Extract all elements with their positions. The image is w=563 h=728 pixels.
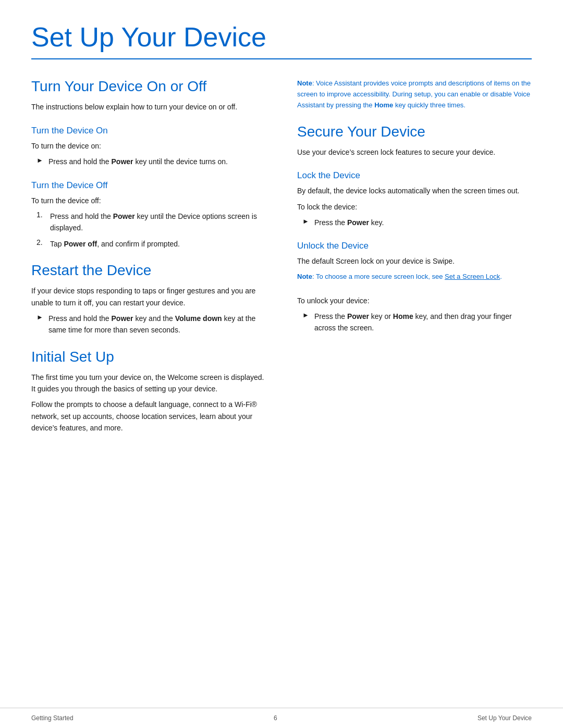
turn-off-step-2: 2. Tap Power off, and confirm if prompte… <box>36 238 266 250</box>
section-turn-on-off: Turn Your Device On or Off The instructi… <box>31 78 266 113</box>
restart-bullet-text: Press and hold the Power key and the Vol… <box>48 313 266 336</box>
voice-assistant-note: Note: Voice Assistant provides voice pro… <box>297 78 532 110</box>
lock-device-title: Lock the Device <box>297 170 532 181</box>
content-columns: Turn Your Device On or Off The instructi… <box>31 78 532 686</box>
footer-page-number: 6 <box>274 714 277 722</box>
footer-right: Set Up Your Device <box>478 714 532 722</box>
restart-title: Restart the Device <box>31 262 266 279</box>
unlock-device-bullet-text: Press the Power key or Home key, and the… <box>314 311 532 334</box>
turn-off-title: Turn the Device Off <box>31 180 266 191</box>
subsection-turn-on: Turn the Device On To turn the device on… <box>31 126 266 168</box>
unlock-device-bullet: ► Press the Power key or Home key, and t… <box>302 311 532 334</box>
secure-device-title: Secure Your Device <box>297 124 532 140</box>
turn-on-off-title: Turn Your Device On or Off <box>31 78 266 95</box>
screen-lock-note-body: : To choose a more secure screen lock, s… <box>312 273 445 280</box>
right-column: Note: Voice Assistant provides voice pro… <box>297 78 532 686</box>
lock-device-bullet-text: Press the Power key. <box>314 217 384 228</box>
turn-on-body: To turn the device on: <box>31 140 266 152</box>
unlock-device-body1: The default Screen lock on your device i… <box>297 255 532 267</box>
section-secure-device: Secure Your Device Use your device’s scr… <box>297 124 532 158</box>
screen-lock-note-label: Note <box>297 273 312 280</box>
unlock-device-title: Unlock the Device <box>297 241 532 251</box>
section-restart: Restart the Device If your device stops … <box>31 262 266 336</box>
lock-arrow-icon: ► <box>302 217 309 225</box>
lock-device-bullet: ► Press the Power key. <box>302 217 532 228</box>
set-screen-lock-link[interactable]: Set a Screen Lock <box>445 273 500 280</box>
note-body: : Voice Assistant provides voice prompts… <box>297 79 531 109</box>
step-2-num: 2. <box>36 238 46 246</box>
screen-lock-note-text: Note: To choose a more secure screen loc… <box>297 272 532 282</box>
lock-device-body2: To lock the device: <box>297 201 532 213</box>
bullet-arrow-icon: ► <box>36 156 43 164</box>
restart-bullet: ► Press and hold the Power key and the V… <box>36 313 266 336</box>
title-divider <box>31 58 532 59</box>
turn-off-step-1: 1. Press and hold the Power key until th… <box>36 211 266 234</box>
turn-off-body: To turn the device off: <box>31 195 266 206</box>
unlock-device-body2: To unlock your device: <box>297 295 532 306</box>
footer: Getting Started 6 Set Up Your Device <box>0 708 563 728</box>
step-1-num: 1. <box>36 211 46 219</box>
step-1-text: Press and hold the Power key until the D… <box>50 211 266 234</box>
initial-setup-para1: The first time you turn your device on, … <box>31 372 266 395</box>
step-2-text: Tap Power off, and confirm if prompted. <box>50 238 180 250</box>
left-column: Turn Your Device On or Off The instructi… <box>31 78 266 686</box>
turn-on-off-intro: The instructions below explain how to tu… <box>31 101 266 113</box>
footer-left: Getting Started <box>31 714 74 722</box>
section-initial-setup: Initial Set Up The first time you turn y… <box>31 349 266 434</box>
secure-device-intro: Use your device’s screen lock features t… <box>297 146 532 158</box>
turn-on-title: Turn the Device On <box>31 126 266 136</box>
turn-on-bullet-text: Press and hold the Power key until the d… <box>48 156 228 167</box>
note-label: Note <box>297 79 312 87</box>
initial-setup-title: Initial Set Up <box>31 349 266 365</box>
subsection-unlock-device: Unlock the Device The default Screen loc… <box>297 241 532 334</box>
subsection-turn-off: Turn the Device Off To turn the device o… <box>31 180 266 250</box>
page: Set Up Your Device Turn Your Device On o… <box>0 0 563 728</box>
screen-lock-note-period: . <box>500 273 502 280</box>
subsection-lock-device: Lock the Device By default, the device l… <box>297 170 532 228</box>
page-title: Set Up Your Device <box>31 21 532 53</box>
restart-intro: If your device stops responding to taps … <box>31 285 266 309</box>
lock-device-body1: By default, the device locks automatical… <box>297 185 532 196</box>
turn-off-list: 1. Press and hold the Power key until th… <box>36 211 266 250</box>
voice-assistant-note-text: Note: Voice Assistant provides voice pro… <box>297 78 532 110</box>
screen-lock-note: Note: To choose a more secure screen loc… <box>297 272 532 282</box>
unlock-arrow-icon: ► <box>302 311 309 319</box>
restart-arrow-icon: ► <box>36 313 43 321</box>
initial-setup-para2: Follow the prompts to choose a default l… <box>31 399 266 434</box>
turn-on-bullet: ► Press and hold the Power key until the… <box>36 156 266 167</box>
